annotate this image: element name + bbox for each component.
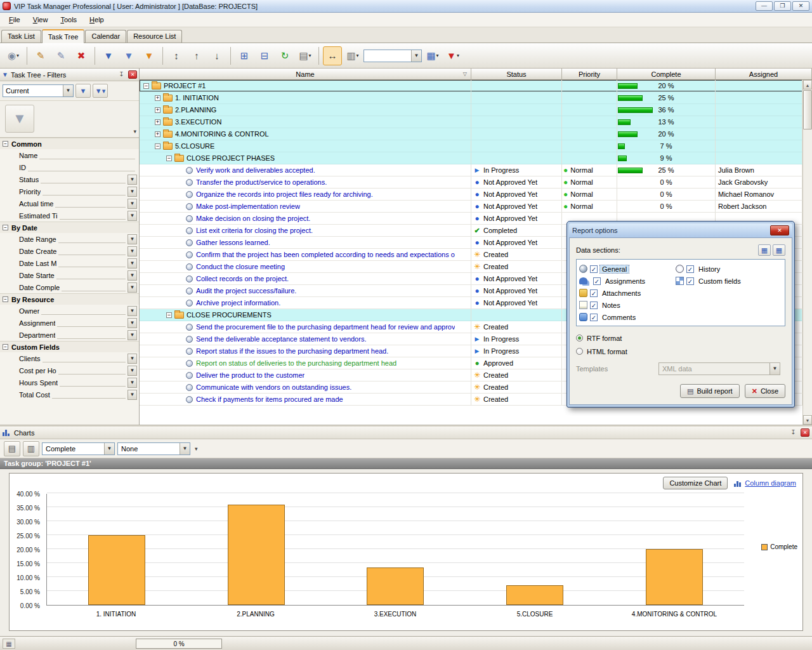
apply-filter-button[interactable]: ▼ [75,84,91,98]
task-row[interactable]: −5.CLOSURE7 % [140,140,802,152]
minimize-button[interactable]: — [756,1,773,11]
filter-dropdown-button[interactable]: ▼ [128,211,137,221]
big-funnel-icon[interactable]: ▼ [5,105,34,133]
task-row[interactable]: +2.PLANNING36 % [140,104,802,116]
chevron-down-icon[interactable]: ▼ [63,85,73,96]
filter-more-button[interactable]: ▾ [133,128,136,135]
checkbox[interactable]: ✓ [593,277,601,285]
format-option-html-format[interactable]: HTML format [576,345,785,357]
report-section-assignments[interactable]: ✓Assignments [579,275,676,287]
chevron-down-icon[interactable]: ▼ [180,443,190,454]
chevron-down-icon[interactable]: ▼ [104,443,114,454]
chevron-down-icon[interactable]: ▼ [411,50,421,62]
pin-icon[interactable]: ↧ [117,70,126,79]
filter-dropdown-button[interactable]: ▼ [128,282,137,293]
maximize-button[interactable]: ❐ [774,1,791,11]
checkbox[interactable]: ✓ [686,265,694,273]
dialog-title-bar[interactable]: Report options ✕ [569,223,792,237]
close-button[interactable]: ✕ [792,1,809,11]
task-row[interactable]: Verify work and deliverables accepted.▶I… [140,164,802,176]
checkbox[interactable]: ✓ [686,277,694,285]
task-row[interactable]: +4.MONITORING & CONTROL20 % [140,128,802,140]
report-section-history[interactable]: ✓History [676,263,782,275]
filter-dropdown-button[interactable]: ▼ [128,366,137,376]
task-row[interactable]: Make post-implementation review●Not Appr… [140,201,802,213]
task-row[interactable]: +1. INITIATION25 % [140,92,802,104]
export-chart-button[interactable]: ▥ [23,441,39,456]
chart-bar[interactable] [367,567,424,605]
filter-dropdown-button[interactable]: ▼ [128,330,137,340]
filter-dropdown-button[interactable]: ▼ [128,234,137,244]
dialog-close-icon[interactable]: ✕ [770,225,789,235]
collapse-icon[interactable]: − [3,296,8,302]
move-task-button[interactable]: ↕ [167,46,186,65]
filter-section-by-date[interactable]: −By Date [0,222,139,233]
chart-bar[interactable] [88,535,145,605]
tab-calendar[interactable]: Calendar [85,30,126,43]
expand-minus-icon[interactable]: − [143,83,149,89]
tab-task-list[interactable]: Task List [1,30,41,43]
filter-settings-button[interactable]: ▼ [119,46,138,65]
search-combo[interactable]: ▼ [363,50,422,62]
report-section-general[interactable]: ✓General [579,263,676,275]
filter-apply-button[interactable]: ▼ [140,46,159,65]
filter-preset-combo[interactable]: Current ▼ [3,84,74,97]
chart-series-combo[interactable]: Complete ▼ [42,442,115,455]
column-header-status[interactable]: Status [471,69,562,79]
sections-layout-button[interactable]: ▦ [773,244,785,256]
menu-file[interactable]: File [3,14,27,25]
filter-section-by-resource[interactable]: −By Resource [0,293,139,305]
pin-icon[interactable]: ↧ [789,428,797,437]
task-row[interactable]: +3.EXECUTION13 % [140,116,802,128]
chart-bar[interactable] [646,549,703,605]
tab-task-tree[interactable]: Task Tree [42,29,85,43]
menu-help[interactable]: Help [83,14,110,25]
checkbox[interactable]: ✓ [590,314,598,321]
tree-vertical-scrollbar[interactable]: ▲ ▼ [802,80,812,425]
column-header-complete[interactable]: Complete [617,69,716,79]
column-header-assigned[interactable]: Assigned [716,69,812,79]
filter-section-common[interactable]: −Common [0,138,139,149]
filter-dropdown-button[interactable]: ▼ [128,199,137,209]
task-row[interactable]: −PROJECT #120 % [140,80,802,92]
radio-icon[interactable] [576,348,583,355]
expand-minus-icon[interactable]: − [166,156,172,161]
format-option-rtf-format[interactable]: RTF format [576,332,785,344]
columns-button[interactable]: ▥▾ [343,46,362,65]
expand-all-button[interactable]: ⊞ [235,46,254,65]
print-chart-button[interactable]: ▤ [4,441,20,456]
filter-options-button[interactable]: ▼▾ [93,84,108,98]
charts-close-button[interactable]: ✕ [801,428,809,437]
edit-task-button[interactable]: ✎ [31,46,50,65]
view-options-button[interactable]: ◉▾ [4,46,23,65]
filter-button[interactable]: ▼ [99,46,118,65]
refresh-button[interactable]: ↻ [275,46,294,65]
filter-dropdown-button[interactable]: ▼ [128,246,137,256]
report-section-custom-fields[interactable]: ✓Custom fields [676,275,782,287]
scroll-down-arrow[interactable]: ▼ [803,415,812,425]
task-row[interactable]: −CLOSE PROJECT PHASES9 % [140,152,802,164]
tab-resource-list[interactable]: Resource List [127,30,182,43]
select-all-sections-button[interactable]: ▦ [758,244,771,256]
expand-plus-icon[interactable]: + [155,95,160,101]
report-section-attachments[interactable]: ✓Attachments [579,287,676,299]
expand-plus-icon[interactable]: + [155,107,160,113]
collapse-icon[interactable]: − [3,225,8,230]
expand-minus-icon[interactable]: − [166,312,172,318]
filter-dropdown-button[interactable]: ▼ [128,187,137,197]
export-button[interactable]: ▤▾ [296,46,315,65]
fit-width-button[interactable]: ↔ [323,46,342,65]
filter-section-custom-fields[interactable]: −Custom Fields [0,341,139,352]
chart-more-button[interactable]: ▾ [193,446,200,452]
filter-dropdown-button[interactable]: ▼ [128,258,137,269]
filter-dropdown-button[interactable]: ▼ [128,390,137,400]
checkbox[interactable]: ✓ [590,289,598,297]
expand-plus-icon[interactable]: + [155,119,160,125]
move-up-button[interactable]: ↑ [187,46,206,65]
menu-view[interactable]: View [27,14,55,25]
chart-group-combo[interactable]: None ▼ [117,442,190,455]
filter-dropdown-button[interactable]: ▼ [128,306,137,316]
checkbox[interactable]: ✓ [590,302,598,309]
build-report-button[interactable]: ▤ Build report [680,384,740,398]
column-diagram-link[interactable]: Column diagram [734,479,796,487]
